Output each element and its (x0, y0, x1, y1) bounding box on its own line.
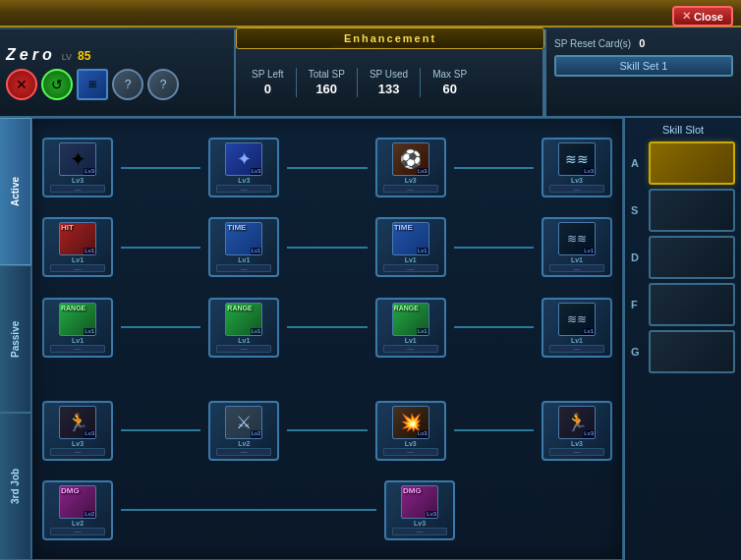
sp-divider-1 (296, 68, 297, 97)
skill-icon-4-2: ⚔ Lv2 (225, 406, 262, 439)
hline-3-1 (121, 326, 200, 328)
skill-card-2-1[interactable]: HIT Lv1 Lv1 — (42, 217, 113, 277)
character-info: Zero LV 85 ✕ ↺ ⊞ ? ? (6, 46, 179, 100)
sp-used-label: SP Used (370, 69, 408, 80)
skill-slot-title: Skill Slot (631, 124, 735, 136)
skill-card-4-4[interactable]: 🏃 Lv3 Lv3 — (542, 401, 612, 461)
sp-divider-3 (420, 68, 421, 97)
skill-minus-5-2[interactable]: — (392, 528, 447, 535)
skill-icon-3-4: ≋≋ Lv1 (558, 303, 596, 336)
skill-minus-3-2[interactable]: — (216, 345, 271, 353)
slot-label-G: G (631, 346, 645, 358)
skill-minus-2-2[interactable]: — (216, 264, 271, 272)
sp-used-stat: SP Used 133 (370, 69, 408, 96)
skill-card-3-4[interactable]: ≋≋ Lv1 Lv1 — (542, 298, 612, 358)
hline-3-2 (287, 326, 367, 328)
sp-total-value: 160 (315, 82, 337, 96)
skill-card-3-2[interactable]: RANGE Lv1 Lv1 — (208, 298, 279, 358)
skill-card-1-4[interactable]: ≋≋ Lv3 Lv3 — (542, 138, 612, 197)
slot-box-F[interactable] (649, 283, 735, 326)
top-decoration (0, 0, 741, 28)
skill-minus-3-3[interactable]: — (383, 345, 438, 353)
char-btn-2[interactable]: ↺ (41, 69, 73, 100)
slot-label-A: A (631, 157, 645, 169)
hline-2-3 (454, 247, 534, 249)
skill-icon-3-2: RANGE Lv1 (225, 303, 262, 336)
skill-minus-1-1[interactable]: — (50, 185, 105, 193)
slot-label-S: S (631, 204, 645, 216)
skill-icon-2-1: HIT Lv1 (59, 222, 96, 255)
sp-left-value: 0 (264, 82, 271, 96)
skill-icon-1-2: ✦ Lv3 (225, 142, 262, 176)
hline-2-2 (287, 247, 367, 249)
character-buttons: ✕ ↺ ⊞ ? ? (6, 69, 179, 100)
skill-minus-2-1[interactable]: — (50, 264, 105, 272)
skill-card-1-2[interactable]: ✦ Lv3 Lv3 — (208, 138, 279, 197)
hline-1-1 (121, 167, 200, 169)
enhancement-title: Enhancement (344, 32, 436, 44)
skill-minus-1-2[interactable]: — (216, 185, 271, 193)
reset-value: 0 (639, 37, 645, 49)
skill-icon-3-3: RANGE Lv1 (392, 303, 429, 336)
skill-minus-2-3[interactable]: — (383, 264, 438, 272)
reset-label: SP Reset Card(s) (554, 38, 631, 49)
skill-icon-4-1: 🏃 Lv3 (59, 406, 96, 439)
skill-card-2-2[interactable]: TIME Lv1 Lv1 — (208, 217, 279, 277)
skill-card-5-1[interactable]: DMG Lv2 Lv2 — (42, 480, 113, 540)
skill-minus-4-3[interactable]: — (383, 448, 438, 456)
skill-minus-5-1[interactable]: — (50, 528, 105, 535)
char-btn-4[interactable]: ? (112, 69, 143, 100)
skill-card-5-2[interactable]: DMG Lv3 Lv3 — (384, 480, 455, 540)
close-label: Close (694, 11, 723, 23)
skill-card-3-1[interactable]: RANGE Lv1 Lv1 — (42, 298, 113, 358)
skill-minus-4-1[interactable]: — (50, 448, 105, 456)
skill-card-2-4[interactable]: ≋≋ Lv1 Lv1 — (542, 217, 612, 277)
hline-1-2 (287, 167, 367, 169)
character-panel: Zero LV 85 ✕ ↺ ⊞ ? ? (0, 29, 236, 118)
slot-box-S[interactable] (649, 189, 735, 232)
skill-card-1-3[interactable]: ⚽ Lv3 Lv3 — (375, 138, 446, 197)
skill-minus-1-4[interactable]: — (549, 185, 604, 193)
character-name: Zero (6, 46, 56, 64)
skill-set-button[interactable]: Skill Set 1 (554, 55, 733, 77)
char-btn-5[interactable]: ? (147, 69, 179, 100)
skill-card-2-3[interactable]: TIME Lv1 Lv1 — (375, 217, 446, 277)
skill-minus-4-2[interactable]: — (216, 448, 271, 456)
sp-divider-2 (357, 68, 358, 97)
tab-active[interactable]: Active (0, 118, 31, 265)
char-btn-1[interactable]: ✕ (6, 69, 37, 100)
skill-icon-4-4: 🏃 Lv3 (558, 406, 596, 439)
slot-label-F: F (631, 299, 645, 310)
slot-label-D: D (631, 252, 645, 263)
skill-card-4-3[interactable]: 💥 Lv3 Lv3 — (375, 401, 446, 461)
char-btn-3[interactable]: ⊞ (77, 69, 108, 100)
skill-card-4-1[interactable]: 🏃 Lv3 Lv3 — (42, 401, 113, 461)
skill-minus-3-4[interactable]: — (549, 345, 604, 353)
skill-card-4-2[interactable]: ⚔ Lv2 Lv2 — (208, 401, 279, 461)
skill-icon-5-2: DMG Lv3 (401, 485, 438, 519)
skill-icon-2-3: TIME Lv1 (392, 222, 429, 255)
slot-item-F: F (631, 283, 735, 326)
skill-row-3: RANGE Lv1 Lv1 — RANGE Lv1 Lv1 — RANGE Lv (42, 289, 612, 366)
skill-card-1-1[interactable]: ✦ Lv3 Lv3 — (42, 138, 113, 197)
skill-icon-2-2: TIME Lv1 (225, 222, 262, 255)
skill-icon-1-3: ⚽ Lv3 (392, 142, 429, 176)
skill-minus-1-3[interactable]: — (383, 185, 438, 193)
skill-minus-2-4[interactable]: — (549, 264, 604, 272)
slot-box-D[interactable] (649, 236, 735, 279)
slot-box-G[interactable] (649, 330, 735, 373)
hline-4-1 (121, 429, 200, 431)
skill-minus-3-1[interactable]: — (50, 345, 105, 353)
hline-5-1 (121, 509, 376, 511)
skill-card-3-3[interactable]: RANGE Lv1 Lv1 — (375, 298, 446, 358)
tab-3rd-job[interactable]: 3rd Job (0, 413, 31, 560)
skill-minus-4-4[interactable]: — (549, 448, 604, 456)
gap-row (42, 368, 612, 390)
skill-icon-5-1: DMG Lv2 (59, 485, 96, 519)
reset-row: SP Reset Card(s) 0 (554, 37, 733, 49)
skill-icon-3-1: RANGE Lv1 (59, 303, 96, 336)
tab-passive[interactable]: Passive (0, 265, 31, 413)
close-button[interactable]: Close (672, 6, 733, 27)
slot-box-A[interactable] (649, 141, 735, 185)
hline-2-1 (121, 247, 200, 249)
